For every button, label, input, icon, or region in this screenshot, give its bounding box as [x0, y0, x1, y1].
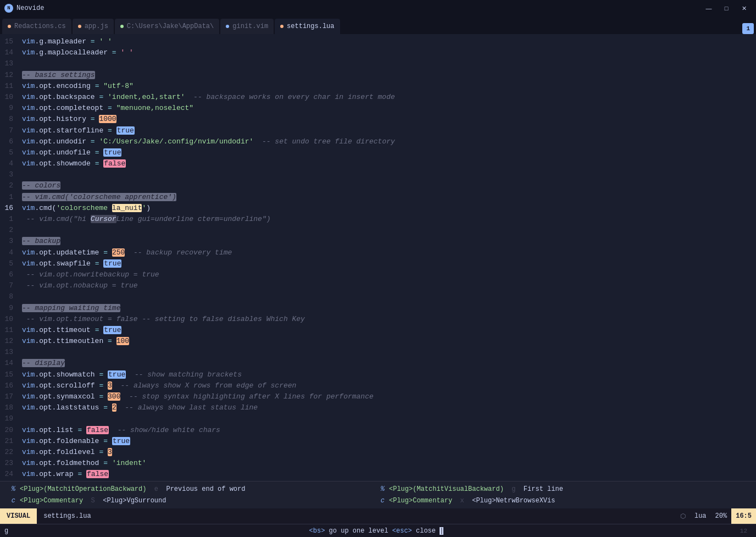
- code-line: -- vim.opt.nobackup = true: [22, 280, 752, 291]
- line-num: 8: [2, 114, 13, 125]
- tab-dot-icon: [78, 25, 81, 28]
- titlebar: N Neovide — □ ✕: [0, 0, 756, 16]
- tab-redactions[interactable]: Redactions.cs: [2, 19, 71, 34]
- tab-dot-icon: [226, 25, 229, 28]
- status-filename: settings.lua: [37, 512, 97, 520]
- code-line: vim.opt.undofile = true: [22, 147, 752, 158]
- wk-sep: e: [151, 485, 162, 493]
- code-editor[interactable]: vim.g.mapleader = ' ' vim.g.maplocallead…: [18, 34, 756, 481]
- cmdline-text: <bs> go up one level <esc> close |: [13, 527, 740, 535]
- maximize-button[interactable]: □: [719, 2, 734, 14]
- line-num: 1: [2, 192, 13, 203]
- titlebar-controls: — □ ✕: [701, 2, 752, 14]
- line-num: 10: [2, 314, 13, 325]
- line-num: 9: [2, 103, 13, 114]
- cmdline: g <bs> go up one level <esc> close | 12: [0, 524, 756, 537]
- code-line: -- basic settings: [22, 70, 752, 81]
- line-num: 15: [2, 369, 13, 380]
- tabbar: Redactions.cs app.js C:\Users\Jake\AppDa…: [0, 16, 756, 34]
- line-num: 12: [2, 70, 13, 81]
- wk-plug: <Plug>Commentary: [20, 497, 83, 505]
- code-line: -- vim.opt.timeout = false -- setting to…: [22, 314, 752, 325]
- status-pct: 20%: [711, 508, 732, 524]
- app-logo-icon: N: [4, 4, 13, 13]
- cmdline-cursor: |: [440, 527, 443, 535]
- line-num: 17: [2, 391, 13, 402]
- tab-appjs[interactable]: app.js: [73, 19, 114, 34]
- tab-dot-icon: [120, 25, 124, 28]
- line-num: 6: [2, 269, 13, 280]
- status-pos: 16:5: [731, 508, 756, 524]
- code-line: [22, 58, 752, 69]
- wk-desc: First line: [524, 485, 563, 493]
- code-line: vim.opt.completeopt = "menuone,noselect": [22, 103, 752, 114]
- minimize-button[interactable]: —: [701, 2, 716, 14]
- tab-label: settings.lua: [287, 23, 334, 30]
- code-line-current: vim.cmd('colorscheme la_nuit'): [22, 203, 752, 214]
- code-line: [22, 291, 752, 302]
- code-line: -- display: [22, 358, 752, 369]
- line-num: 21: [2, 436, 13, 447]
- wk-plug: <Plug>(MatchitOperationBackward): [20, 485, 146, 493]
- whichkey-row: % <Plug>(MatchitOperationBackward) e Pre…: [9, 484, 378, 495]
- line-num: 11: [2, 81, 13, 92]
- line-num: 23: [2, 458, 13, 469]
- line-num: 13: [2, 58, 13, 69]
- tab-label: ginit.vim: [232, 23, 268, 30]
- titlebar-left: N Neovide: [4, 4, 44, 13]
- wk-plug: <Plug>Commentary: [389, 497, 452, 505]
- tab-settings[interactable]: settings.lua: [275, 19, 340, 34]
- code-line: vim.opt.foldlevel = 3: [22, 447, 752, 458]
- status-icon: ⬡: [676, 508, 690, 524]
- code-line: vim.opt.wrap = false: [22, 469, 752, 480]
- code-line: -- colors: [22, 180, 752, 191]
- status-right: ⬡ lua 20% 16:5: [676, 508, 756, 524]
- line-num: 14: [2, 47, 13, 58]
- line-num: 5: [2, 258, 13, 269]
- line-num: 22: [2, 447, 13, 458]
- line-num: 15: [2, 36, 13, 47]
- line-num: 14: [2, 358, 13, 369]
- code-line: vim.opt.synmaxcol = 300 -- stop syntax h…: [22, 391, 752, 402]
- line-num: 8: [2, 291, 13, 302]
- line-num: 1: [2, 214, 13, 225]
- code-line: vim.opt.foldmethod = 'indent': [22, 458, 752, 469]
- code-line: vim.opt.swapfile = true: [22, 258, 752, 269]
- close-button[interactable]: ✕: [736, 2, 752, 14]
- wk-sep: x: [457, 497, 468, 505]
- code-line: [22, 413, 752, 424]
- code-line: vim.opt.ttimeoutlen = 100: [22, 336, 752, 347]
- line-num: 19: [2, 413, 13, 424]
- line-num: 3: [2, 236, 13, 247]
- code-line: vim.opt.ttimeout = true: [22, 325, 752, 336]
- line-num: 10: [2, 92, 13, 103]
- code-line: vim.g.mapleader = ' ': [22, 36, 752, 47]
- wk-desc: <Plug>NetrwBrowseXVis: [472, 497, 555, 505]
- line-num: 16: [2, 380, 13, 391]
- code-line: vim.opt.laststatus = 2 -- always show la…: [22, 402, 752, 413]
- line-num: 7: [2, 280, 13, 291]
- code-line: [22, 225, 752, 236]
- tab-appdata[interactable]: C:\Users\Jake\AppData\: [115, 19, 219, 34]
- line-num: 7: [2, 125, 13, 136]
- status-lang: lua: [690, 508, 711, 524]
- editor-main: 15 14 13 12 11 10 9 8 7 6 5 4 3 2 1 16 1…: [0, 34, 756, 481]
- tab-label: app.js: [85, 23, 108, 30]
- tab-count-badge: 1: [742, 23, 754, 34]
- line-num: 3: [2, 169, 13, 180]
- code-line: vim.opt.backspace = 'indent,eol,start' -…: [22, 92, 752, 103]
- line-num: 2: [2, 180, 13, 191]
- app-title: Neovide: [16, 4, 44, 12]
- code-line: vim.opt.encoding = "utf-8": [22, 81, 752, 92]
- code-line: vim.opt.showmatch = true -- show matchin…: [22, 369, 752, 380]
- whichkey-row: c <Plug>Commentary S <Plug>VgSurround: [9, 495, 378, 506]
- wk-plug: <Plug>(MatchitVisualBackward): [389, 485, 504, 493]
- code-line: vim.opt.foldenable = true: [22, 436, 752, 447]
- code-line: vim.opt.startofline = true: [22, 125, 752, 136]
- code-line: vim.opt.undodir = 'C:/Users/Jake/.config…: [22, 136, 752, 147]
- tab-ginit[interactable]: ginit.vim: [220, 19, 274, 34]
- tab-label: C:\Users\Jake\AppData\: [127, 23, 214, 30]
- line-num: 9: [2, 303, 13, 314]
- wk-key: %: [378, 485, 385, 493]
- line-num: 24: [2, 469, 13, 480]
